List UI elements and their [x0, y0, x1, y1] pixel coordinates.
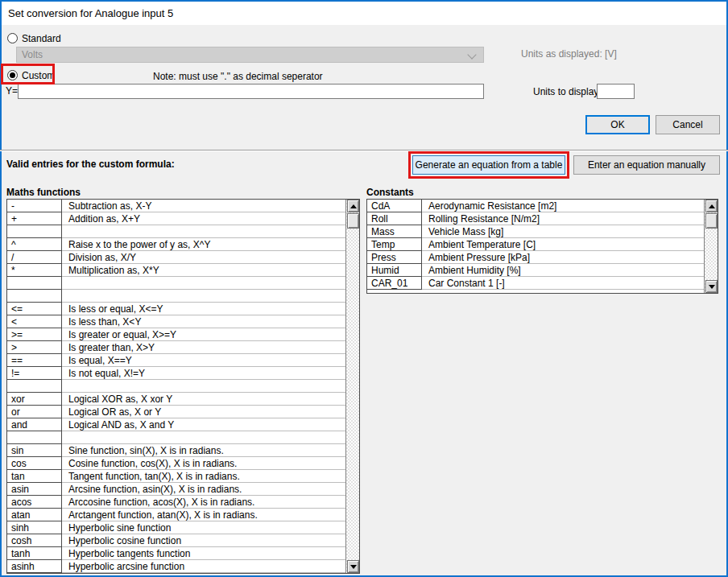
description-cell: Arctangent function, atan(X), X is in ra… [62, 509, 345, 521]
term-cell: atan [7, 509, 62, 521]
term-cell: sin [7, 444, 62, 457]
table-row[interactable] [7, 277, 345, 290]
table-row[interactable]: <=Is less or equal, X<=Y [7, 303, 345, 315]
custom-radio[interactable] [7, 70, 18, 80]
title-bar[interactable]: Set conversion for Analogue input 5 [2, 2, 726, 25]
term-cell: - [7, 200, 62, 212]
description-cell: Is greater or equal, X>=Y [62, 328, 345, 341]
table-row[interactable]: xorLogical XOR as, X xor Y [7, 393, 345, 406]
y-equals-label: Y= [6, 85, 18, 97]
maths-scrollbar[interactable] [345, 200, 359, 573]
scroll-thumb[interactable] [347, 213, 359, 229]
description-cell: Hyperbolic arcsine function [62, 560, 345, 573]
ok-button[interactable]: OK [585, 115, 650, 134]
table-row[interactable] [7, 225, 345, 238]
description-cell: Logical OR as, X or Y [62, 406, 345, 418]
formula-input[interactable] [18, 84, 484, 99]
description-cell: Raise x to the power of y as, X^Y [62, 238, 345, 251]
description-cell: Division as, X/Y [62, 251, 345, 264]
maths-functions-label: Maths functions [6, 187, 81, 198]
description-cell: Sine function, sin(X), X is in radians. [62, 444, 345, 457]
table-row[interactable]: !=Is not equal, X!=Y [7, 367, 345, 380]
term-cell: / [7, 251, 62, 264]
constants-label: Constants [366, 187, 414, 198]
valid-entries-heading: Valid entries for the custom formula: [6, 159, 175, 170]
generate-equation-button[interactable]: Generate an equation from a table [412, 155, 565, 175]
table-row[interactable]: HumidAmbient Humidity [%] [367, 264, 704, 277]
table-row[interactable]: asinArcsine function, asin(X), X is in r… [7, 483, 345, 496]
description-cell: Addition as, X+Y [62, 212, 345, 225]
description-cell: Aerodynamic Resistance [m2] [422, 200, 704, 212]
table-row[interactable]: coshHyperbolic cosine function [7, 534, 345, 547]
table-row[interactable]: tanTangent function, tan(X), X is in rad… [7, 470, 345, 483]
constants-table[interactable]: CdAAerodynamic Resistance [m2]RollRollin… [366, 199, 718, 294]
term-cell: != [7, 367, 62, 380]
term-cell: xor [7, 393, 62, 406]
table-row[interactable]: CAR_01Car Constant 1 [-] [367, 277, 704, 290]
description-cell [62, 225, 345, 238]
table-row[interactable]: >=Is greater or equal, X>=Y [7, 328, 345, 341]
table-row[interactable]: tanhHyperbolic tangents function [7, 547, 345, 560]
table-row[interactable]: atanArctangent function, atan(X), X is i… [7, 509, 345, 521]
description-cell: Ambient Temperature [C] [422, 238, 704, 251]
table-row[interactable]: TempAmbient Temperature [C] [367, 238, 704, 251]
table-row[interactable]: MassVehicle Mass [kg] [367, 225, 704, 238]
enter-equation-manually-button[interactable]: Enter an equation manually [573, 155, 720, 175]
description-cell: Is less than, X<Y [62, 315, 345, 328]
units-to-display-input[interactable] [597, 84, 635, 99]
table-row[interactable] [7, 431, 345, 444]
table-row[interactable]: <Is less than, X<Y [7, 315, 345, 328]
enter-equation-manually-button-label: Enter an equation manually [588, 159, 705, 171]
generate-equation-button-label: Generate an equation from a table [416, 159, 563, 171]
table-row[interactable]: /Division as, X/Y [7, 251, 345, 264]
table-row[interactable]: >Is greater than, X>Y [7, 341, 345, 354]
table-row[interactable]: orLogical OR as, X or Y [7, 406, 345, 418]
window-title: Set conversion for Analogue input 5 [8, 7, 173, 19]
term-cell: Mass [367, 225, 422, 238]
term-cell: and [7, 418, 62, 431]
table-row[interactable]: cosCosine function, cos(X), X is in radi… [7, 457, 345, 470]
table-row[interactable]: RollRolling Resistance [N/m2] [367, 212, 704, 225]
description-cell: Hyperbolic cosine function [62, 534, 345, 547]
term-cell [7, 277, 62, 290]
description-cell: Logical AND as, X and Y [62, 418, 345, 431]
table-row[interactable]: asinhHyperbolic arcsine function [7, 560, 345, 573]
scroll-up-button[interactable] [347, 200, 359, 212]
description-cell [62, 431, 345, 444]
table-row[interactable]: ^Raise x to the power of y as, X^Y [7, 238, 345, 251]
table-row[interactable]: +Addition as, X+Y [7, 212, 345, 225]
standard-radio[interactable] [7, 33, 18, 43]
description-cell: Hyperbolic sine function [62, 521, 345, 534]
scroll-down-button[interactable] [705, 280, 718, 293]
cancel-button[interactable]: Cancel [656, 115, 720, 134]
table-row[interactable]: ==Is equal, X==Y [7, 354, 345, 367]
table-row[interactable]: PressAmbient Pressure [kPa] [367, 251, 704, 264]
maths-functions-table[interactable]: -Subtraction as, X-Y+Addition as, X+Y^Ra… [6, 199, 360, 574]
term-cell: == [7, 354, 62, 367]
table-row[interactable] [7, 380, 345, 393]
constants-scrollbar[interactable] [704, 200, 718, 293]
scroll-up-button[interactable] [705, 200, 718, 212]
scroll-thumb[interactable] [705, 213, 718, 229]
term-cell: + [7, 212, 62, 225]
term-cell: sinh [7, 521, 62, 534]
chevron-down-icon [467, 50, 476, 59]
term-cell: asin [7, 483, 62, 496]
table-row[interactable] [7, 290, 345, 303]
table-row[interactable]: *Multiplication as, X*Y [7, 264, 345, 277]
term-cell: < [7, 315, 62, 328]
term-cell: cosh [7, 534, 62, 547]
description-cell: Is greater than, X>Y [62, 341, 345, 354]
table-row[interactable]: sinSine function, sin(X), X is in radian… [7, 444, 345, 457]
table-row[interactable]: andLogical AND as, X and Y [7, 418, 345, 431]
cancel-button-label: Cancel [672, 119, 702, 130]
table-row[interactable]: acosArccosine function, acos(X), X is in… [7, 496, 345, 509]
scroll-down-button[interactable] [347, 560, 359, 573]
table-row[interactable]: CdAAerodynamic Resistance [m2] [367, 200, 704, 212]
term-cell [7, 431, 62, 444]
arrow-down-icon [350, 565, 357, 569]
table-row[interactable]: -Subtraction as, X-Y [7, 200, 345, 212]
section-separator [0, 150, 728, 151]
table-row[interactable]: sinhHyperbolic sine function [7, 521, 345, 534]
description-cell: Vehicle Mass [kg] [422, 225, 704, 238]
